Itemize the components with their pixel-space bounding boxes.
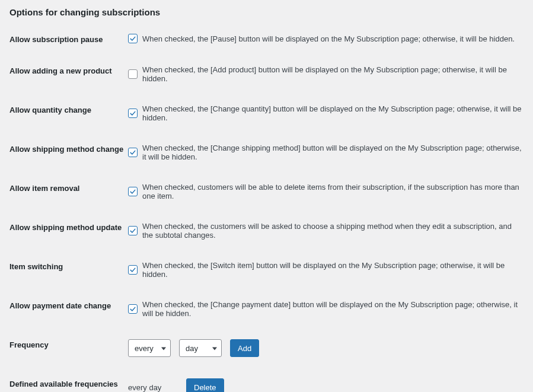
option-row-item-switching: Item switchingWhen checked, the [Switch … (9, 261, 524, 279)
option-label-item-switching: Item switching (9, 261, 128, 271)
checkbox-item-removal[interactable] (128, 187, 138, 196)
defined-frequencies-row: Defined available frequencies every dayD… (9, 378, 524, 392)
checkbox-item-switching[interactable] (128, 265, 138, 275)
option-label-item-removal: Allow item removal (9, 183, 128, 193)
help-text-shipping-method-change: When checked, the [Change shipping metho… (142, 144, 524, 161)
option-row-shipping-method-change: Allow shipping method changeWhen checked… (9, 144, 524, 161)
defined-frequency-label: every day (128, 383, 175, 392)
option-row-quantity-change: Allow quantity changeWhen checked, the [… (9, 104, 524, 122)
add-frequency-button[interactable]: Add (230, 339, 259, 357)
checkbox-pause[interactable] (128, 34, 138, 43)
check-icon (129, 35, 136, 42)
check-icon (129, 227, 136, 234)
checkbox-payment-date-change[interactable] (128, 304, 138, 314)
option-row-item-removal: Allow item removalWhen checked, customer… (9, 183, 524, 200)
frequency-interval-select[interactable]: every (128, 339, 171, 357)
help-text-item-switching: When checked, the [Switch item] button w… (142, 261, 524, 279)
help-text-add-product: When checked, the [Add product] button w… (142, 65, 524, 83)
frequency-label: Frequency (9, 339, 128, 349)
option-label-quantity-change: Allow quantity change (9, 104, 128, 114)
check-icon (129, 188, 136, 195)
defined-frequencies-label: Defined available frequencies (9, 378, 128, 388)
option-label-shipping-method-update: Allow shipping method update (9, 222, 128, 232)
help-text-pause: When checked, the [Pause] button will be… (142, 34, 515, 43)
section-title: Options for changing subscriptions (9, 7, 524, 17)
help-text-item-removal: When checked, customers will be able to … (142, 183, 524, 200)
option-label-shipping-method-change: Allow shipping method change (9, 144, 128, 154)
check-icon (129, 305, 136, 313)
option-label-pause: Allow subscription pause (9, 34, 128, 44)
help-text-payment-date-change: When checked, the [Change payment date] … (142, 300, 524, 318)
delete-frequency-button[interactable]: Delete (186, 378, 224, 392)
frequency-unit-select[interactable]: day (179, 339, 222, 357)
check-icon (129, 110, 136, 117)
checkbox-quantity-change[interactable] (128, 109, 138, 118)
help-text-quantity-change: When checked, the [Change quantity] butt… (142, 104, 524, 122)
frequency-row: Frequency every day Add (9, 339, 524, 357)
check-icon (129, 149, 136, 156)
option-row-payment-date-change: Allow payment date changeWhen checked, t… (9, 300, 524, 318)
checkbox-shipping-method-change[interactable] (128, 148, 138, 157)
option-row-shipping-method-update: Allow shipping method updateWhen checked… (9, 222, 524, 240)
checkbox-add-product[interactable] (128, 69, 138, 79)
help-text-shipping-method-update: When checked, the customers will be aske… (142, 222, 524, 240)
check-icon (129, 266, 136, 273)
defined-frequency-item: every dayDelete (128, 378, 224, 392)
option-row-add-product: Allow adding a new productWhen checked, … (9, 65, 524, 83)
checkbox-shipping-method-update[interactable] (128, 226, 138, 235)
option-row-pause: Allow subscription pauseWhen checked, th… (9, 34, 524, 44)
option-label-add-product: Allow adding a new product (9, 65, 128, 75)
option-label-payment-date-change: Allow payment date change (9, 300, 128, 310)
